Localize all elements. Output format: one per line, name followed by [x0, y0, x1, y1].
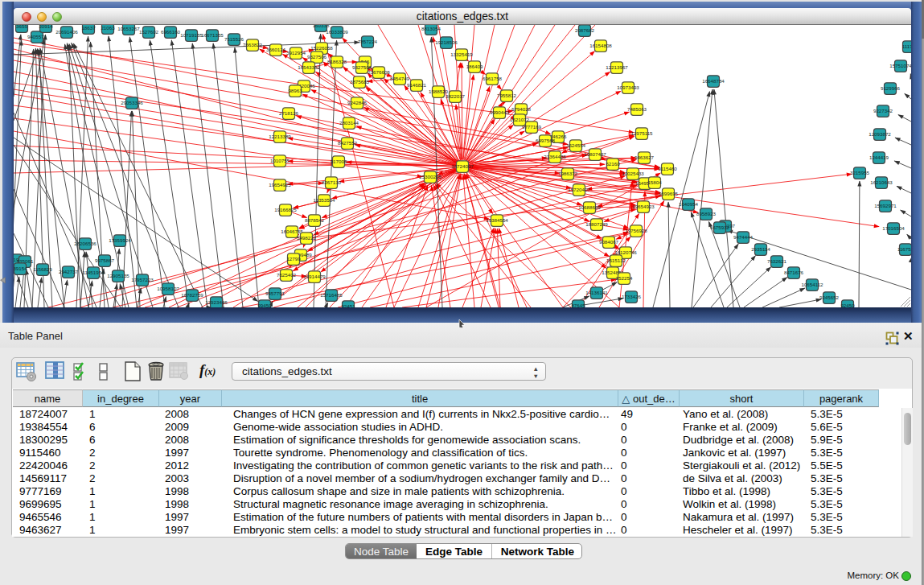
svg-text:16782759: 16782759 — [181, 292, 203, 298]
svg-text:19384554: 19384554 — [486, 217, 508, 223]
svg-text:1640954: 1640954 — [679, 201, 699, 207]
svg-text:8186328: 8186328 — [327, 59, 347, 64]
svg-text:17957223: 17957223 — [131, 277, 154, 282]
svg-text:7485063: 7485063 — [627, 106, 647, 112]
svg-text:17016504: 17016504 — [882, 225, 905, 231]
svg-text:7986372: 7986372 — [558, 171, 578, 176]
svg-text:8958923: 8958923 — [696, 211, 717, 216]
svg-text:19166825: 19166825 — [274, 207, 297, 212]
svg-text:19654925: 19654925 — [269, 182, 291, 187]
svg-text:16033809: 16033809 — [326, 29, 348, 35]
svg-text:160338: 160338 — [313, 25, 330, 28]
svg-text:8267130: 8267130 — [322, 179, 342, 185]
svg-text:15751074: 15751074 — [889, 63, 911, 68]
svg-text:7955812: 7955812 — [497, 93, 517, 98]
svg-text:10025433: 10025433 — [622, 171, 644, 176]
svg-text:21063: 21063 — [101, 25, 115, 31]
svg-text:16210643: 16210643 — [870, 179, 893, 185]
svg-text:13325419: 13325419 — [450, 51, 473, 57]
svg-text:9463627: 9463627 — [634, 154, 655, 160]
svg-text:16648784: 16648784 — [702, 78, 725, 84]
svg-text:12799: 12799 — [286, 256, 301, 262]
svg-text:9975867: 9975867 — [95, 257, 115, 263]
svg-text:9699695: 9699695 — [659, 191, 679, 196]
svg-text:1615132: 1615132 — [606, 257, 626, 263]
svg-text:8878542: 8878542 — [305, 217, 325, 223]
svg-text:16914479: 16914479 — [303, 274, 326, 279]
svg-text:19654923: 19654923 — [632, 204, 655, 209]
svg-text:3912954: 3912954 — [286, 50, 306, 56]
svg-text:10653267: 10653267 — [117, 26, 140, 31]
svg-text:12213967: 12213967 — [606, 64, 628, 70]
svg-text:10654112: 10654112 — [801, 282, 823, 287]
svg-text:15720407: 15720407 — [568, 187, 590, 192]
svg-text:39154: 39154 — [14, 266, 27, 271]
svg-text:1156829: 1156829 — [33, 266, 52, 272]
svg-text:2718126: 2718126 — [279, 110, 299, 116]
svg-text:3660124: 3660124 — [266, 47, 286, 52]
svg-text:186409: 186409 — [466, 64, 483, 69]
svg-text:23676608: 23676608 — [368, 69, 390, 75]
svg-text:7663822: 7663822 — [243, 42, 263, 47]
svg-text:20691406: 20691406 — [55, 29, 78, 35]
svg-text:9115460: 9115460 — [658, 166, 677, 171]
svg-text:1244419: 1244419 — [869, 154, 889, 160]
svg-text:6497568: 6497568 — [536, 138, 556, 143]
svg-text:15692971: 15692971 — [874, 203, 897, 208]
svg-text:9084067: 9084067 — [599, 239, 619, 245]
svg-text:12923446: 12923446 — [205, 299, 228, 305]
svg-text:17359924: 17359924 — [109, 237, 131, 243]
svg-text:12975115: 12975115 — [630, 130, 653, 136]
svg-text:10973493: 10973493 — [617, 84, 639, 90]
svg-text:16046765: 16046765 — [281, 229, 303, 234]
svg-text:11451954: 11451954 — [82, 270, 105, 275]
svg-text:20206536: 20206536 — [74, 241, 97, 246]
svg-text:2087682: 2087682 — [575, 27, 595, 33]
svg-text:7857224: 7857224 — [358, 39, 378, 44]
svg-text:8471676: 8471676 — [784, 270, 804, 275]
svg-text:9990443: 9990443 — [490, 109, 510, 115]
svg-text:11175: 11175 — [902, 43, 911, 49]
svg-text:12905135: 12905135 — [107, 273, 129, 278]
svg-text:16671355: 16671355 — [201, 32, 224, 38]
svg-text:15716485: 15716485 — [320, 292, 343, 298]
svg-text:21364436: 21364436 — [544, 154, 566, 159]
svg-text:15226058: 15226058 — [310, 45, 333, 51]
svg-text:16154808: 16154808 — [589, 43, 612, 48]
svg-text:18807249: 18807249 — [585, 221, 608, 227]
svg-text:16543362: 16543362 — [298, 64, 320, 70]
svg-text:3215955: 3215955 — [850, 170, 870, 175]
svg-text:917006: 917006 — [331, 159, 347, 164]
svg-text:9327506: 9327506 — [307, 54, 327, 60]
svg-text:29053346: 29053346 — [121, 100, 143, 105]
svg-text:9146821: 9146821 — [407, 82, 427, 88]
svg-text:9129966: 9129966 — [881, 85, 901, 91]
svg-text:92451: 92451 — [341, 303, 355, 307]
svg-text:7515526: 7515526 — [224, 36, 244, 42]
svg-text:2942737: 2942737 — [59, 269, 79, 274]
svg-text:8454749: 8454749 — [390, 76, 410, 81]
svg-text:12093872: 12093872 — [869, 131, 891, 137]
svg-text:252254: 252254 — [616, 275, 633, 281]
svg-text:10807487: 10807487 — [584, 151, 606, 157]
svg-text:19218506: 19218506 — [435, 39, 458, 45]
svg-text:6794028: 6794028 — [511, 106, 532, 112]
svg-text:8427552: 8427552 — [338, 140, 358, 146]
svg-text:12213389: 12213389 — [269, 134, 291, 139]
svg-text:1733426: 1733426 — [622, 294, 642, 299]
svg-text:19756928: 19756928 — [625, 228, 647, 233]
svg-text:9777169: 9777169 — [522, 124, 542, 130]
svg-text:87645: 87645 — [571, 303, 585, 307]
svg-text:9242845: 9242845 — [347, 100, 368, 105]
svg-text:25300205: 25300205 — [419, 174, 441, 179]
svg-text:98963: 98963 — [288, 88, 302, 93]
svg-text:15804: 15804 — [647, 179, 662, 185]
svg-text:7625402: 7625402 — [277, 272, 297, 278]
svg-text:14136141: 14136141 — [585, 290, 608, 295]
svg-text:6966160: 6966160 — [161, 29, 181, 35]
svg-text:3624554: 3624554 — [566, 142, 586, 148]
svg-text:3655: 3655 — [16, 25, 27, 29]
svg-text:18724007: 18724007 — [451, 163, 474, 169]
svg-text:9227342: 9227342 — [873, 108, 893, 113]
svg-text:9405571: 9405571 — [27, 34, 47, 39]
